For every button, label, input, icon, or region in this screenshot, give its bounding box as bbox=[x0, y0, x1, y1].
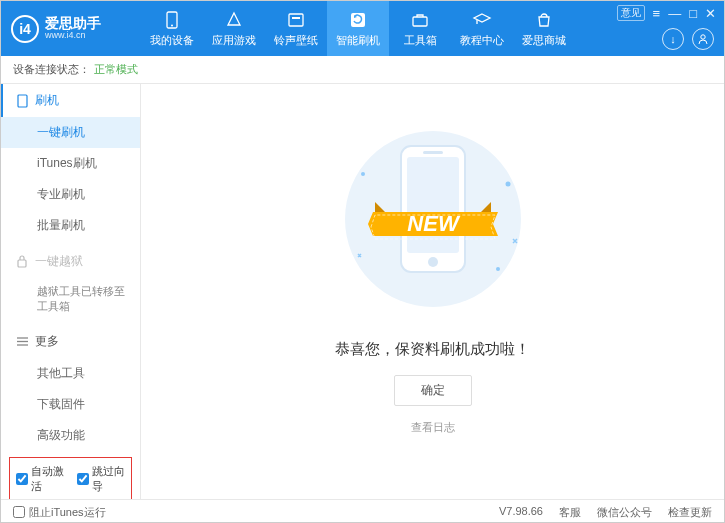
tab-my-device[interactable]: 我的设备 bbox=[141, 1, 203, 56]
block-itunes-checkbox[interactable] bbox=[13, 506, 25, 518]
sidebar-item-oneclick-flash[interactable]: 一键刷机 bbox=[1, 117, 140, 148]
lock-icon bbox=[15, 255, 29, 268]
status-value: 正常模式 bbox=[94, 62, 138, 77]
svg-point-19 bbox=[361, 172, 365, 176]
footer-wechat[interactable]: 微信公众号 bbox=[597, 505, 652, 520]
logo-text: 爱思助手 www.i4.cn bbox=[45, 16, 101, 41]
svg-text:NEW: NEW bbox=[407, 211, 461, 236]
maximize-icon[interactable]: □ bbox=[689, 6, 697, 21]
svg-point-1 bbox=[171, 24, 173, 26]
window-controls: 意见 ≡ — □ ✕ bbox=[617, 5, 716, 21]
tab-label: 工具箱 bbox=[404, 33, 437, 48]
sidebar-header-label: 刷机 bbox=[35, 92, 59, 109]
tab-flash[interactable]: 智能刷机 bbox=[327, 1, 389, 56]
sidebar-section-more: 更多 其他工具 下载固件 高级功能 bbox=[1, 325, 140, 451]
more-icon bbox=[15, 336, 29, 347]
check-auto-activate[interactable]: 自动激活 bbox=[16, 464, 65, 494]
menu-icon[interactable]: ≡ bbox=[653, 6, 661, 21]
tab-label: 智能刷机 bbox=[336, 33, 380, 48]
download-icon[interactable]: ↓ bbox=[662, 28, 684, 50]
svg-rect-2 bbox=[289, 14, 303, 26]
block-itunes-option[interactable]: 阻止iTunes运行 bbox=[13, 505, 106, 520]
sidebar-item-download-fw[interactable]: 下载固件 bbox=[1, 389, 140, 420]
svg-rect-5 bbox=[413, 17, 427, 26]
svg-point-16 bbox=[428, 257, 438, 267]
block-itunes-label: 阻止iTunes运行 bbox=[29, 505, 106, 520]
header-actions: ↓ bbox=[662, 28, 714, 50]
tab-apps[interactable]: 应用游戏 bbox=[203, 1, 265, 56]
app-name: 爱思助手 bbox=[45, 16, 101, 31]
check-skip-guide[interactable]: 跳过向导 bbox=[77, 464, 126, 494]
nav-tabs: 我的设备 应用游戏 铃声壁纸 智能刷机 工具箱 教程中心 爱思商城 bbox=[141, 1, 575, 56]
sidebar-header-jailbreak[interactable]: 一键越狱 bbox=[1, 245, 140, 278]
status-label: 设备连接状态： bbox=[13, 62, 90, 77]
logo-icon: i4 bbox=[11, 15, 39, 43]
minimize-icon[interactable]: — bbox=[668, 6, 681, 21]
body: 刷机 一键刷机 iTunes刷机 专业刷机 批量刷机 一键越狱 越狱工具已转移至… bbox=[1, 84, 724, 499]
version-label: V7.98.66 bbox=[499, 505, 543, 520]
close-icon[interactable]: ✕ bbox=[705, 6, 716, 21]
svg-point-6 bbox=[701, 35, 705, 39]
sidebar-section-flash: 刷机 一键刷机 iTunes刷机 专业刷机 批量刷机 bbox=[1, 84, 140, 241]
svg-point-21 bbox=[496, 267, 500, 271]
sidebar-header-label: 更多 bbox=[35, 333, 59, 350]
store-icon bbox=[534, 10, 554, 30]
svg-rect-8 bbox=[18, 260, 26, 267]
skip-guide-checkbox[interactable] bbox=[77, 473, 89, 485]
tab-ringtones[interactable]: 铃声壁纸 bbox=[265, 1, 327, 56]
phone-icon bbox=[15, 94, 29, 108]
phone-icon bbox=[162, 10, 182, 30]
footer-service[interactable]: 客服 bbox=[559, 505, 581, 520]
app-url: www.i4.cn bbox=[45, 31, 101, 41]
sidebar-header-more[interactable]: 更多 bbox=[1, 325, 140, 358]
feedback-button[interactable]: 意见 bbox=[617, 5, 645, 21]
tab-tutorials[interactable]: 教程中心 bbox=[451, 1, 513, 56]
tab-label: 爱思商城 bbox=[522, 33, 566, 48]
tab-store[interactable]: 爱思商城 bbox=[513, 1, 575, 56]
footer: 阻止iTunes运行 V7.98.66 客服 微信公众号 检查更新 bbox=[1, 499, 724, 523]
status-bar: 设备连接状态： 正常模式 bbox=[1, 56, 724, 84]
tab-label: 教程中心 bbox=[460, 33, 504, 48]
sidebar-item-batch-flash[interactable]: 批量刷机 bbox=[1, 210, 140, 241]
graduation-icon bbox=[472, 10, 492, 30]
check-label: 自动激活 bbox=[31, 464, 65, 494]
sidebar-header-label: 一键越狱 bbox=[35, 253, 83, 270]
sidebar: 刷机 一键刷机 iTunes刷机 专业刷机 批量刷机 一键越狱 越狱工具已转移至… bbox=[1, 84, 141, 499]
footer-update[interactable]: 检查更新 bbox=[668, 505, 712, 520]
app-header: i4 爱思助手 www.i4.cn 我的设备 应用游戏 铃声壁纸 智能刷机 工具… bbox=[1, 1, 724, 56]
check-label: 跳过向导 bbox=[92, 464, 126, 494]
view-log-link[interactable]: 查看日志 bbox=[411, 420, 455, 435]
apps-icon bbox=[224, 10, 244, 30]
sidebar-options-box: 自动激活 跳过向导 bbox=[9, 457, 132, 499]
sidebar-item-advanced[interactable]: 高级功能 bbox=[1, 420, 140, 451]
main-content: NEW 恭喜您，保资料刷机成功啦！ 确定 查看日志 bbox=[141, 84, 724, 499]
auto-activate-checkbox[interactable] bbox=[16, 473, 28, 485]
svg-point-20 bbox=[505, 182, 510, 187]
success-illustration: NEW bbox=[323, 124, 543, 318]
sidebar-item-itunes-flash[interactable]: iTunes刷机 bbox=[1, 148, 140, 179]
sidebar-header-flash[interactable]: 刷机 bbox=[1, 84, 140, 117]
toolbox-icon bbox=[410, 10, 430, 30]
user-icon[interactable] bbox=[692, 28, 714, 50]
tab-tools[interactable]: 工具箱 bbox=[389, 1, 451, 56]
svg-rect-7 bbox=[18, 95, 27, 107]
svg-rect-17 bbox=[423, 151, 443, 154]
svg-rect-3 bbox=[292, 17, 300, 19]
tab-label: 铃声壁纸 bbox=[274, 33, 318, 48]
logo-area: i4 爱思助手 www.i4.cn bbox=[11, 15, 141, 43]
confirm-button[interactable]: 确定 bbox=[394, 375, 472, 406]
wallpaper-icon bbox=[286, 10, 306, 30]
success-message: 恭喜您，保资料刷机成功啦！ bbox=[335, 340, 530, 359]
sidebar-jailbreak-note: 越狱工具已转移至工具箱 bbox=[1, 278, 140, 321]
tab-label: 我的设备 bbox=[150, 33, 194, 48]
flash-icon bbox=[348, 10, 368, 30]
sidebar-section-jailbreak: 一键越狱 越狱工具已转移至工具箱 bbox=[1, 245, 140, 321]
tab-label: 应用游戏 bbox=[212, 33, 256, 48]
footer-right: V7.98.66 客服 微信公众号 检查更新 bbox=[499, 505, 712, 520]
sidebar-item-pro-flash[interactable]: 专业刷机 bbox=[1, 179, 140, 210]
sidebar-item-other-tools[interactable]: 其他工具 bbox=[1, 358, 140, 389]
